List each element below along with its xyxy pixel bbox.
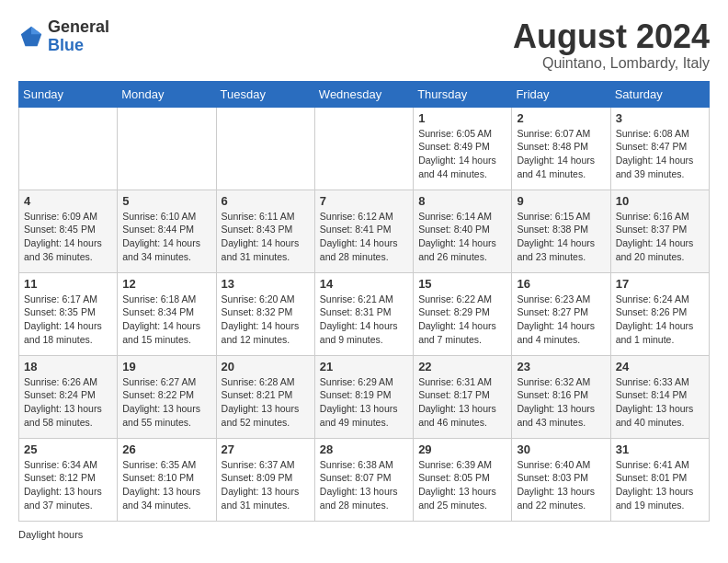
day-info: Sunrise: 6:39 AM Sunset: 8:05 PM Dayligh… [418, 458, 506, 512]
day-info: Sunrise: 6:07 AM Sunset: 8:48 PM Dayligh… [517, 127, 605, 181]
day-cell: 14Sunrise: 6:21 AM Sunset: 8:31 PM Dayli… [314, 272, 413, 355]
daylight-note: Daylight hours [18, 529, 710, 540]
month-year-title: August 2024 [513, 18, 710, 55]
day-cell: 2Sunrise: 6:07 AM Sunset: 8:48 PM Daylig… [512, 107, 610, 190]
weekday-header-saturday: Saturday [610, 81, 709, 107]
day-number: 21 [320, 360, 408, 373]
day-number: 5 [122, 194, 210, 208]
day-cell [216, 107, 314, 190]
day-cell: 15Sunrise: 6:22 AM Sunset: 8:29 PM Dayli… [414, 272, 512, 355]
day-cell: 9Sunrise: 6:15 AM Sunset: 8:38 PM Daylig… [512, 190, 610, 272]
day-info: Sunrise: 6:16 AM Sunset: 8:37 PM Dayligh… [616, 210, 704, 264]
day-info: Sunrise: 6:35 AM Sunset: 8:10 PM Dayligh… [122, 458, 210, 512]
day-cell [118, 107, 216, 190]
day-number: 25 [24, 442, 112, 456]
day-info: Sunrise: 6:21 AM Sunset: 8:31 PM Dayligh… [320, 293, 408, 347]
day-number: 23 [517, 360, 605, 373]
day-info: Sunrise: 6:20 AM Sunset: 8:32 PM Dayligh… [222, 293, 310, 347]
day-info: Sunrise: 6:09 AM Sunset: 8:45 PM Dayligh… [24, 210, 112, 264]
weekday-header-tuesday: Tuesday [216, 81, 314, 107]
day-info: Sunrise: 6:27 AM Sunset: 8:22 PM Dayligh… [122, 375, 210, 430]
day-number: 27 [222, 442, 310, 456]
day-info: Sunrise: 6:31 AM Sunset: 8:17 PM Dayligh… [418, 375, 506, 430]
day-number: 9 [517, 194, 605, 208]
calendar-table: SundayMondayTuesdayWednesdayThursdayFrid… [18, 81, 710, 522]
day-info: Sunrise: 6:23 AM Sunset: 8:27 PM Dayligh… [517, 293, 605, 347]
day-cell: 19Sunrise: 6:27 AM Sunset: 8:22 PM Dayli… [118, 355, 216, 438]
day-cell: 12Sunrise: 6:18 AM Sunset: 8:34 PM Dayli… [118, 272, 216, 355]
day-info: Sunrise: 6:33 AM Sunset: 8:14 PM Dayligh… [616, 375, 704, 430]
day-info: Sunrise: 6:38 AM Sunset: 8:07 PM Dayligh… [320, 458, 408, 512]
day-number: 6 [222, 194, 310, 208]
location-subtitle: Quintano, Lombardy, Italy [513, 55, 710, 72]
week-row-5: 25Sunrise: 6:34 AM Sunset: 8:12 PM Dayli… [19, 438, 710, 521]
day-cell: 1Sunrise: 6:05 AM Sunset: 8:49 PM Daylig… [414, 107, 512, 190]
day-cell: 26Sunrise: 6:35 AM Sunset: 8:10 PM Dayli… [118, 438, 216, 521]
day-info: Sunrise: 6:05 AM Sunset: 8:49 PM Dayligh… [418, 127, 506, 181]
day-cell [19, 107, 118, 190]
day-cell [314, 107, 413, 190]
day-info: Sunrise: 6:26 AM Sunset: 8:24 PM Dayligh… [24, 375, 112, 430]
weekday-header-friday: Friday [512, 81, 610, 107]
day-cell: 25Sunrise: 6:34 AM Sunset: 8:12 PM Dayli… [19, 438, 118, 521]
weekday-header-monday: Monday [118, 81, 216, 107]
day-number: 13 [222, 277, 310, 291]
weekday-header-sunday: Sunday [19, 81, 118, 107]
day-info: Sunrise: 6:18 AM Sunset: 8:34 PM Dayligh… [122, 293, 210, 347]
day-number: 18 [24, 360, 112, 373]
day-number: 1 [418, 111, 506, 125]
day-cell: 17Sunrise: 6:24 AM Sunset: 8:26 PM Dayli… [610, 272, 709, 355]
day-number: 31 [616, 442, 704, 456]
day-cell: 23Sunrise: 6:32 AM Sunset: 8:16 PM Dayli… [512, 355, 610, 438]
day-info: Sunrise: 6:15 AM Sunset: 8:38 PM Dayligh… [517, 210, 605, 264]
day-number: 11 [24, 277, 112, 291]
day-number: 19 [122, 360, 210, 373]
day-cell: 31Sunrise: 6:41 AM Sunset: 8:01 PM Dayli… [610, 438, 709, 521]
logo: General Blue [18, 18, 109, 55]
day-number: 30 [517, 442, 605, 456]
day-number: 15 [418, 277, 506, 291]
page-header: General Blue August 2024 Quintano, Lomba… [18, 18, 710, 72]
day-cell: 8Sunrise: 6:14 AM Sunset: 8:40 PM Daylig… [414, 190, 512, 272]
day-cell: 21Sunrise: 6:29 AM Sunset: 8:19 PM Dayli… [314, 355, 413, 438]
day-number: 20 [222, 360, 310, 373]
day-info: Sunrise: 6:28 AM Sunset: 8:21 PM Dayligh… [222, 375, 310, 430]
day-cell: 3Sunrise: 6:08 AM Sunset: 8:47 PM Daylig… [610, 107, 709, 190]
day-info: Sunrise: 6:12 AM Sunset: 8:41 PM Dayligh… [320, 210, 408, 264]
day-cell: 11Sunrise: 6:17 AM Sunset: 8:35 PM Dayli… [19, 272, 118, 355]
day-info: Sunrise: 6:11 AM Sunset: 8:43 PM Dayligh… [222, 210, 310, 264]
weekday-header-thursday: Thursday [414, 81, 512, 107]
day-cell: 4Sunrise: 6:09 AM Sunset: 8:45 PM Daylig… [19, 190, 118, 272]
logo-blue: Blue [48, 36, 84, 54]
day-cell: 24Sunrise: 6:33 AM Sunset: 8:14 PM Dayli… [610, 355, 709, 438]
day-number: 16 [517, 277, 605, 291]
logo-icon [18, 24, 44, 50]
day-info: Sunrise: 6:24 AM Sunset: 8:26 PM Dayligh… [616, 293, 704, 347]
weekday-header-row: SundayMondayTuesdayWednesdayThursdayFrid… [19, 81, 710, 107]
day-cell: 20Sunrise: 6:28 AM Sunset: 8:21 PM Dayli… [216, 355, 314, 438]
day-info: Sunrise: 6:32 AM Sunset: 8:16 PM Dayligh… [517, 375, 605, 430]
week-row-3: 11Sunrise: 6:17 AM Sunset: 8:35 PM Dayli… [19, 272, 710, 355]
week-row-1: 1Sunrise: 6:05 AM Sunset: 8:49 PM Daylig… [19, 107, 710, 190]
day-info: Sunrise: 6:37 AM Sunset: 8:09 PM Dayligh… [222, 458, 310, 512]
day-info: Sunrise: 6:22 AM Sunset: 8:29 PM Dayligh… [418, 293, 506, 347]
day-cell: 29Sunrise: 6:39 AM Sunset: 8:05 PM Dayli… [414, 438, 512, 521]
day-number: 22 [418, 360, 506, 373]
day-number: 8 [418, 194, 506, 208]
day-cell: 30Sunrise: 6:40 AM Sunset: 8:03 PM Dayli… [512, 438, 610, 521]
daylight-note-text: Daylight hours [18, 529, 83, 540]
day-number: 17 [616, 277, 704, 291]
day-cell: 10Sunrise: 6:16 AM Sunset: 8:37 PM Dayli… [610, 190, 709, 272]
day-cell: 6Sunrise: 6:11 AM Sunset: 8:43 PM Daylig… [216, 190, 314, 272]
day-info: Sunrise: 6:40 AM Sunset: 8:03 PM Dayligh… [517, 458, 605, 512]
day-cell: 28Sunrise: 6:38 AM Sunset: 8:07 PM Dayli… [314, 438, 413, 521]
day-cell: 18Sunrise: 6:26 AM Sunset: 8:24 PM Dayli… [19, 355, 118, 438]
day-info: Sunrise: 6:41 AM Sunset: 8:01 PM Dayligh… [616, 458, 704, 512]
day-number: 4 [24, 194, 112, 208]
logo-general: General [48, 17, 109, 36]
day-cell: 16Sunrise: 6:23 AM Sunset: 8:27 PM Dayli… [512, 272, 610, 355]
day-number: 3 [616, 111, 704, 125]
day-number: 7 [320, 194, 408, 208]
day-number: 26 [122, 442, 210, 456]
day-number: 28 [320, 442, 408, 456]
